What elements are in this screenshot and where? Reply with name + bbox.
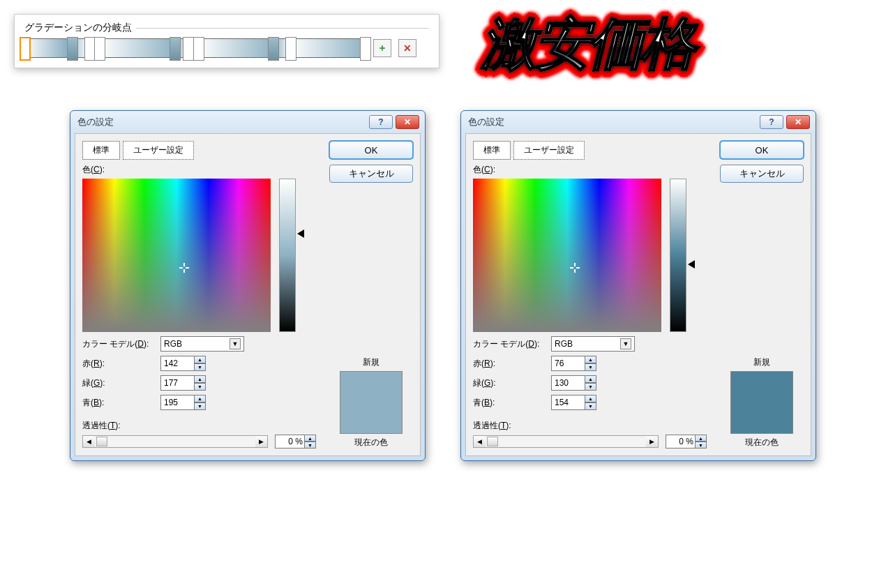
slider-thumb[interactable]: [487, 437, 498, 446]
hue-sat-area[interactable]: [82, 179, 271, 332]
plus-icon: ＋: [377, 42, 387, 54]
spin-up-button[interactable]: ▲: [194, 395, 206, 402]
tab-custom[interactable]: ユーザー設定: [123, 141, 194, 160]
new-color-swatch: [730, 371, 793, 434]
model-value: RGB: [555, 339, 573, 349]
headline-text: 激安価格: [481, 7, 693, 82]
model-label: カラー モデル(D):: [473, 338, 551, 350]
spin-down-button[interactable]: ▼: [194, 402, 206, 410]
b-input[interactable]: [160, 395, 194, 410]
triangle-left-icon[interactable]: [297, 229, 304, 238]
add-stop-button[interactable]: ＋: [373, 39, 391, 57]
current-color-label: 現在の色: [720, 437, 804, 448]
model-label: カラー モデル(D):: [82, 338, 160, 350]
tab-standard[interactable]: 標準: [82, 141, 120, 160]
r-label: 赤(R):: [473, 358, 551, 370]
spin-down-button[interactable]: ▼: [585, 402, 596, 410]
chevron-down-icon[interactable]: ▼: [620, 338, 631, 349]
gradient-stop[interactable]: [170, 37, 181, 61]
remove-stop-button[interactable]: ✕: [398, 39, 416, 57]
ok-button[interactable]: OK: [329, 141, 413, 159]
color-field-label: 色(C):: [82, 164, 318, 176]
spin-up-button[interactable]: ▲: [695, 435, 707, 442]
spin-up-button[interactable]: ▲: [585, 375, 596, 383]
gradient-stop[interactable]: [360, 37, 371, 61]
current-color-label: 現在の色: [329, 437, 413, 448]
spin-down-button[interactable]: ▼: [695, 442, 707, 448]
gradient-bar[interactable]: [24, 38, 366, 58]
spin-up-button[interactable]: ▲: [194, 356, 206, 363]
spin-up-button[interactable]: ▲: [304, 435, 316, 442]
x-icon: ✕: [403, 43, 412, 54]
chevron-down-icon[interactable]: ▼: [230, 338, 241, 349]
scroll-left-button[interactable]: ◀: [83, 436, 95, 447]
color-dialog: 色の設定 ? ✕ 標準 ユーザー設定 色(C):: [460, 110, 816, 461]
b-input[interactable]: [551, 395, 585, 410]
scroll-left-button[interactable]: ◀: [474, 436, 486, 447]
transparency-input[interactable]: [666, 435, 695, 448]
spin-down-button[interactable]: ▼: [194, 363, 206, 371]
model-value: RGB: [164, 339, 182, 349]
g-input[interactable]: [551, 375, 585, 391]
hue-sat-area[interactable]: [473, 179, 661, 332]
gradient-stop[interactable]: [94, 37, 105, 61]
spin-down-button[interactable]: ▼: [585, 383, 596, 391]
gradient-panel: グラデーションの分岐点 ＋ ✕: [14, 14, 440, 68]
spin-down-button[interactable]: ▼: [304, 442, 316, 448]
close-button[interactable]: ✕: [396, 115, 419, 129]
gradient-stop[interactable]: [285, 37, 296, 61]
dialog-title: 色の設定: [77, 116, 114, 128]
g-input[interactable]: [160, 375, 194, 391]
gradient-stop[interactable]: [268, 37, 279, 61]
crosshair-icon: [570, 263, 580, 273]
tab-custom[interactable]: ユーザー設定: [513, 141, 585, 160]
color-dialog: 色の設定 ? ✕ 標準 ユーザー設定 色(C):: [70, 110, 426, 461]
close-icon: ✕: [404, 117, 411, 127]
r-label: 赤(R):: [82, 358, 160, 370]
spin-down-button[interactable]: ▼: [585, 363, 596, 371]
new-color-swatch: [340, 371, 403, 434]
color-model-select[interactable]: RGB ▼: [160, 336, 244, 352]
close-icon: ✕: [795, 117, 802, 127]
scroll-right-button[interactable]: ▶: [646, 436, 658, 447]
r-input[interactable]: [160, 356, 194, 371]
help-button[interactable]: ?: [760, 115, 783, 129]
triangle-left-icon[interactable]: [688, 260, 695, 269]
color-model-select[interactable]: RGB ▼: [551, 336, 635, 352]
r-input[interactable]: [551, 356, 585, 371]
g-label: 緑(G):: [473, 377, 551, 389]
b-label: 青(B):: [82, 397, 160, 409]
crosshair-icon: [179, 263, 189, 273]
gradient-stop[interactable]: [20, 37, 31, 61]
new-color-label: 新規: [720, 356, 804, 368]
gradient-stop[interactable]: [67, 37, 78, 61]
titlebar: 色の設定 ? ✕: [70, 111, 425, 132]
g-label: 緑(G):: [82, 377, 160, 389]
dialog-title: 色の設定: [468, 116, 504, 128]
help-button[interactable]: ?: [369, 115, 393, 129]
close-button[interactable]: ✕: [786, 115, 810, 129]
tab-standard[interactable]: 標準: [473, 141, 511, 160]
spin-down-button[interactable]: ▼: [194, 383, 206, 391]
scroll-right-button[interactable]: ▶: [255, 436, 267, 447]
cancel-button[interactable]: キャンセル: [720, 165, 804, 183]
help-icon: ?: [769, 117, 774, 127]
transparency-slider[interactable]: ◀ ▶: [82, 435, 268, 448]
transparency-input[interactable]: [275, 435, 304, 448]
gradient-stop[interactable]: [183, 37, 194, 61]
gradient-stop[interactable]: [193, 37, 204, 61]
color-field-label: 色(C):: [473, 164, 709, 176]
b-label: 青(B):: [473, 397, 551, 409]
luminance-strip[interactable]: [279, 179, 296, 332]
spin-up-button[interactable]: ▲: [194, 375, 206, 383]
gradient-title: グラデーションの分岐点: [24, 22, 429, 34]
spin-up-button[interactable]: ▲: [585, 356, 596, 363]
ok-button[interactable]: OK: [720, 141, 804, 159]
transparency-slider[interactable]: ◀ ▶: [473, 435, 659, 448]
luminance-strip[interactable]: [670, 179, 686, 332]
transparency-label: 透過性(T):: [82, 420, 121, 432]
spin-up-button[interactable]: ▲: [585, 395, 596, 402]
gradient-stop[interactable]: [84, 37, 96, 61]
slider-thumb[interactable]: [96, 437, 107, 446]
cancel-button[interactable]: キャンセル: [329, 165, 413, 183]
